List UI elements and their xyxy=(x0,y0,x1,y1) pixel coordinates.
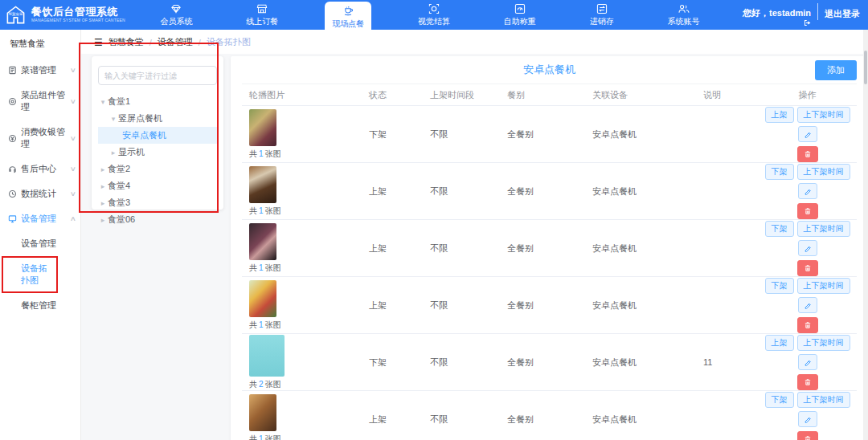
toggle-shelf-button[interactable]: 下架 xyxy=(765,221,794,237)
toggle-shelf-button[interactable]: 上架 xyxy=(765,107,794,123)
toggle-shelf-button[interactable]: 下架 xyxy=(765,392,794,408)
tree-node-canteen3[interactable]: ▸ 食堂3 xyxy=(98,194,217,211)
caret-down-icon[interactable]: ▾ xyxy=(98,98,108,106)
edit-button[interactable] xyxy=(798,411,817,427)
breadcrumb-segment[interactable]: 智慧食堂 xyxy=(108,36,144,48)
caret-right-icon[interactable]: ▸ xyxy=(98,199,108,207)
image-count: 共1张图 xyxy=(249,263,281,274)
nav-membership[interactable]: 会员系统 xyxy=(153,1,199,29)
carousel-image xyxy=(249,335,285,377)
linked-device-value: 安卓点餐机 xyxy=(592,356,703,369)
sidebar-item-dish-component-mgmt[interactable]: 菜品组件管理 ∨ xyxy=(0,83,80,120)
toggle-shelf-button[interactable]: 上架 xyxy=(765,335,794,351)
breadcrumb-segment[interactable]: 设备管理 xyxy=(158,36,193,48)
note-value: 11 xyxy=(703,357,761,367)
schedule-button[interactable]: 上下架时间 xyxy=(797,164,850,180)
edit-button[interactable] xyxy=(798,183,817,199)
delete-button[interactable] xyxy=(797,431,818,440)
caret-down-icon[interactable]: ▾ xyxy=(108,115,118,123)
meal-type-value: 全餐别 xyxy=(507,299,592,312)
device-tree-panel: ▾ 食堂1 ▾ 竖屏点餐机 安卓点餐机 ▸ 显示机 xyxy=(92,56,223,210)
top-bar: 智慧食堂 餐饮后台管理系统 MANAGEMENT SYSTEM OF SMART… xyxy=(0,0,868,30)
edit-button[interactable] xyxy=(798,240,817,256)
caret-right-icon[interactable]: ▸ xyxy=(98,165,108,173)
collapse-menu-icon[interactable]: ☰ xyxy=(94,37,103,48)
toggle-shelf-button[interactable]: 下架 xyxy=(765,278,794,294)
cashier-icon xyxy=(8,134,17,143)
add-button[interactable]: 添加 xyxy=(815,60,857,80)
sidebar-subitem-device-mgmt[interactable]: 设备管理 xyxy=(0,231,80,256)
app-title: 餐饮后台管理系统 xyxy=(31,6,125,18)
breadcrumb-current: 设备拓扑图 xyxy=(207,36,251,48)
nav-self-weigh[interactable]: 自助称重 xyxy=(497,1,543,29)
house-logo-icon: 智慧食堂 xyxy=(5,4,27,26)
vertical-scrollbar[interactable] xyxy=(863,30,868,440)
table-row: 共1张图 上架 不限 全餐别 安卓点餐机 下架 上下架时间 xyxy=(242,220,857,277)
tree-node-display[interactable]: ▸ 显示机 xyxy=(98,144,217,161)
nav-system-account[interactable]: 系统账号 xyxy=(661,1,707,29)
table-row: 共2张图 下架 不限 全餐别 安卓点餐机 11 上架 上下架时间 xyxy=(242,334,857,391)
sidebar: 智慧食堂 菜谱管理 ∨ 菜品组件管理 ∨ 消费收银管理 ∨ 售后中心 ∨ xyxy=(0,30,81,440)
delete-button[interactable] xyxy=(797,203,818,219)
schedule-button[interactable]: 上下架时间 xyxy=(797,107,850,123)
caret-right-icon[interactable]: ▸ xyxy=(108,149,118,157)
caret-right-icon[interactable]: ▸ xyxy=(98,182,108,190)
toggle-shelf-button[interactable]: 下架 xyxy=(765,164,794,180)
meal-type-value: 全餐别 xyxy=(507,356,592,369)
edit-button[interactable] xyxy=(798,354,817,370)
linked-device-value: 安卓点餐机 xyxy=(592,185,703,198)
svg-text:智慧食堂: 智慧食堂 xyxy=(9,12,24,16)
sidebar-item-cashier-mgmt[interactable]: 消费收银管理 ∨ xyxy=(0,120,80,157)
sidebar-header: 智慧食堂 xyxy=(0,30,80,58)
table-row: 共1张图 上架 不限 全餐别 安卓点餐机 下架 上下架时间 xyxy=(242,163,857,220)
statistics-icon xyxy=(8,189,17,198)
linked-device-value: 安卓点餐机 xyxy=(592,242,703,255)
visual-checkout-icon xyxy=(428,2,440,15)
self-weigh-icon xyxy=(514,2,526,15)
tree-node-canteen4[interactable]: ▸ 食堂4 xyxy=(98,177,217,194)
sidebar-subitem-cabinet-mgmt[interactable]: 餐柜管理 xyxy=(0,293,80,318)
app-logo: 智慧食堂 餐饮后台管理系统 MANAGEMENT SYSTEM OF SMART… xyxy=(0,4,133,26)
delete-button[interactable] xyxy=(797,317,818,333)
sidebar-subitem-device-topology[interactable]: 设备拓扑图 xyxy=(3,258,56,291)
schedule-button[interactable]: 上下架时间 xyxy=(797,278,850,294)
schedule-button[interactable]: 上下架时间 xyxy=(797,335,850,351)
tree-node-vertical-screen[interactable]: ▾ 竖屏点餐机 xyxy=(98,110,217,127)
nav-visual-checkout[interactable]: 视觉结算 xyxy=(411,1,457,29)
device-icon xyxy=(8,214,17,223)
carousel-image xyxy=(249,394,276,431)
schedule-button[interactable]: 上下架时间 xyxy=(797,221,850,237)
nav-online-order[interactable]: 线上订餐 xyxy=(239,1,285,29)
image-count: 共2张图 xyxy=(249,379,281,390)
membership-icon xyxy=(170,2,182,15)
app-window: 智慧食堂 餐饮后台管理系统 MANAGEMENT SYSTEM OF SMART… xyxy=(0,0,868,440)
meal-type-value: 全餐别 xyxy=(507,128,592,141)
delete-button[interactable] xyxy=(797,260,818,276)
time-range-value: 不限 xyxy=(430,299,507,312)
tree-filter-input[interactable] xyxy=(98,66,217,85)
main-area: ☰ 智慧食堂 / 设备管理 / 设备拓扑图 ▾ 食堂1 xyxy=(81,30,868,440)
image-count: 共1张图 xyxy=(249,206,281,217)
sidebar-item-recipe-mgmt[interactable]: 菜谱管理 ∨ xyxy=(0,58,80,83)
table-header-row: 轮播图片 状态 上架时间段 餐别 关联设备 说明 操作 xyxy=(242,84,857,106)
carousel-image xyxy=(249,166,276,203)
edit-button[interactable] xyxy=(798,126,817,142)
tree-node-canteen2[interactable]: ▸ 食堂2 xyxy=(98,161,217,177)
tree-node-android-kiosk[interactable]: 安卓点餐机 xyxy=(98,127,217,144)
nav-inventory[interactable]: 进销存 xyxy=(583,1,621,29)
tree-node-canteen06[interactable]: ▸ 食堂06 xyxy=(98,211,217,228)
delete-button[interactable] xyxy=(797,374,818,390)
logout-link[interactable]: 退出登录 xyxy=(817,3,860,20)
edit-icon xyxy=(804,244,812,252)
sidebar-item-after-sales[interactable]: 售后中心 ∨ xyxy=(0,157,80,181)
scrollbar-thumb[interactable] xyxy=(864,51,867,84)
caret-right-icon[interactable]: ▸ xyxy=(98,216,108,224)
sidebar-item-device-mgmt[interactable]: 设备管理 ∧ xyxy=(0,206,80,231)
edit-button[interactable] xyxy=(798,297,817,313)
sidebar-item-statistics[interactable]: 数据统计 ∨ xyxy=(0,181,80,206)
delete-button[interactable] xyxy=(797,146,818,162)
tree-node-canteen1[interactable]: ▾ 食堂1 xyxy=(98,93,217,110)
nav-onsite-order[interactable]: 现场点餐 xyxy=(325,2,371,35)
annotation-box-sidebar: 设备拓扑图 xyxy=(2,256,58,293)
schedule-button[interactable]: 上下架时间 xyxy=(797,392,850,408)
